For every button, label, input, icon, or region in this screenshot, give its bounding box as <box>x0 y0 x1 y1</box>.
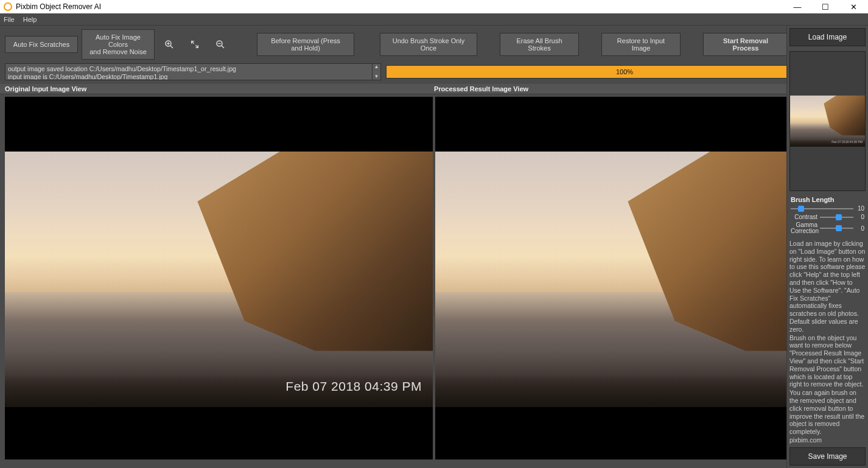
restore-button[interactable]: Restore to Input Image <box>601 33 681 56</box>
scroll-down-icon[interactable]: ▼ <box>373 74 380 80</box>
gamma-label: Gamma Correction <box>791 222 817 234</box>
svg-line-7 <box>222 46 224 48</box>
app-logo-icon <box>4 2 12 11</box>
maximize-button[interactable]: ☐ <box>817 1 834 13</box>
menu-file[interactable]: File <box>4 16 15 23</box>
zoom-in-icon <box>164 39 175 50</box>
load-image-button[interactable]: Load Image <box>789 28 866 46</box>
brush-length-value: 10 <box>856 205 864 212</box>
auto-fix-scratches-button[interactable]: Auto Fix Scratches <box>5 36 78 53</box>
menu-help[interactable]: Help <box>23 16 37 23</box>
original-view-label: Original Input Image View <box>5 84 434 94</box>
svg-line-1 <box>170 46 173 48</box>
progress-percent: 100% <box>616 68 633 75</box>
app-title: Pixbim Object Remover AI <box>16 2 789 11</box>
view-labels: Original Input Image View Processed Resu… <box>0 84 868 94</box>
help-text: Load an image by clicking on "Load Image… <box>787 239 868 445</box>
right-panel: Load Image Feb 07 2018 04:39 PM Brush Le… <box>786 26 868 468</box>
auto-fix-colors-button[interactable]: Auto Fix Image Colors and Remove Noise <box>82 29 155 60</box>
minimize-button[interactable]: — <box>789 1 806 13</box>
expand-icon <box>190 40 200 49</box>
start-removal-button[interactable]: Start Removal Process <box>703 33 788 56</box>
log-scrollbar[interactable]: ▲ ▼ <box>373 63 381 80</box>
zoom-out-button[interactable] <box>209 36 231 53</box>
undo-brush-button[interactable]: Undo Brush Stroke Only Once <box>380 33 477 56</box>
title-bar: Pixbim Object Remover AI — ☐ ✕ <box>0 0 868 13</box>
contrast-slider[interactable] <box>820 214 853 220</box>
contrast-value: 0 <box>856 214 864 220</box>
original-image-pane[interactable]: Feb 07 2018 04:39 PM <box>5 97 433 459</box>
erase-all-button[interactable]: Erase All Brush Strokes <box>500 33 579 56</box>
log-progress-row: output image saved location C:/Users/mad… <box>0 63 868 84</box>
gamma-slider[interactable] <box>820 225 853 231</box>
log-output: output image saved location C:/Users/mad… <box>5 63 373 80</box>
contrast-label: Contrast <box>791 214 817 220</box>
gamma-value: 0 <box>856 225 864 232</box>
image-panes: Feb 07 2018 04:39 PM <box>0 94 868 462</box>
thumbnail-preview[interactable]: Feb 07 2018 04:39 PM <box>789 51 866 191</box>
menu-bar: File Help <box>0 13 868 26</box>
scroll-up-icon[interactable]: ▲ <box>373 64 380 70</box>
brush-length-label: Brush Length <box>791 196 864 203</box>
image-timestamp: Feb 07 2018 04:39 PM <box>285 379 422 394</box>
save-image-button[interactable]: Save Image <box>789 447 866 466</box>
fullscreen-button[interactable] <box>184 36 206 53</box>
toolbar: Auto Fix Scratches Auto Fix Image Colors… <box>0 26 868 63</box>
zoom-out-icon <box>215 39 226 50</box>
brush-length-slider[interactable] <box>791 206 853 212</box>
close-button[interactable]: ✕ <box>845 1 862 13</box>
brush-controls: Brush Length 10 Contrast 0 Gamma Correct… <box>787 194 868 239</box>
thumb-timestamp: Feb 07 2018 04:39 PM <box>831 140 863 144</box>
before-removal-button[interactable]: Before Removal (Press and Hold) <box>257 33 354 56</box>
zoom-in-button[interactable] <box>158 36 180 53</box>
